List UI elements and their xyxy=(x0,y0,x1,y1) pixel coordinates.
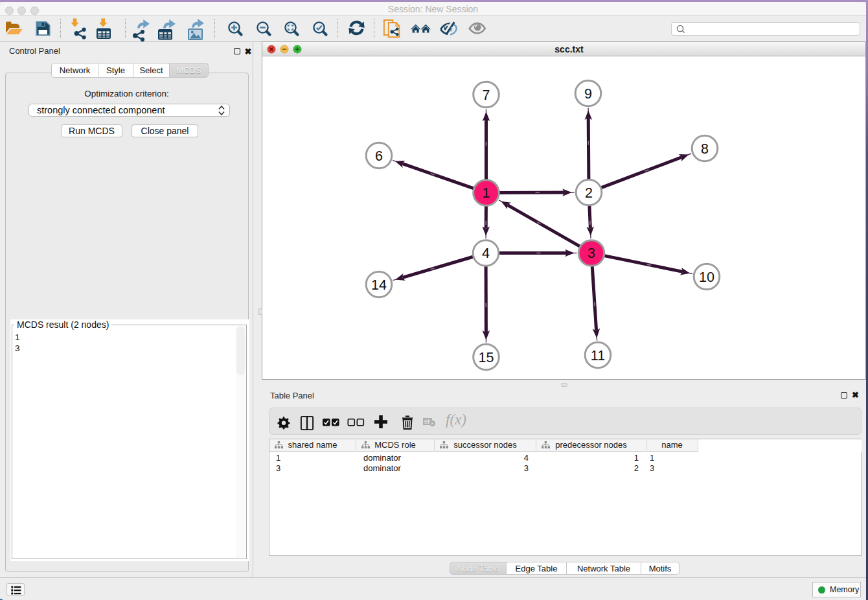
svg-text:1: 1 xyxy=(483,185,490,201)
svg-text:4: 4 xyxy=(482,246,490,261)
svg-text:10: 10 xyxy=(699,270,714,285)
svg-text:7: 7 xyxy=(483,87,490,103)
svg-text:2: 2 xyxy=(585,185,593,201)
svg-text:8: 8 xyxy=(701,141,709,157)
svg-text:6: 6 xyxy=(375,148,383,164)
svg-text:14: 14 xyxy=(371,277,387,293)
svg-text:15: 15 xyxy=(479,350,494,365)
svg-text:3: 3 xyxy=(588,246,595,261)
svg-text:11: 11 xyxy=(591,348,605,363)
svg-text:9: 9 xyxy=(584,86,592,102)
